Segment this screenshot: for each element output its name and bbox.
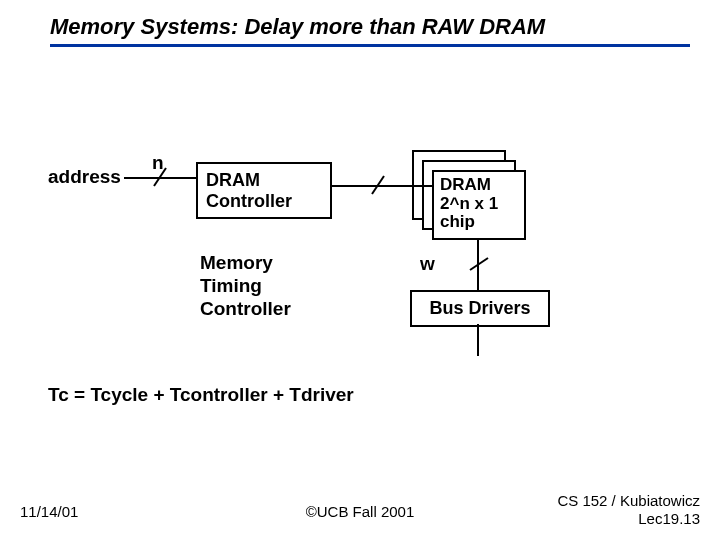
dram-controller-text: DRAM Controller <box>206 170 292 211</box>
address-label: address <box>48 166 121 188</box>
footer-course: CS 152 / Kubiatowicz Lec19.13 <box>557 492 700 528</box>
bus-drivers-text: Bus Drivers <box>429 298 530 318</box>
n-label: n <box>152 152 164 174</box>
slide-title: Memory Systems: Delay more than RAW DRAM <box>50 14 690 47</box>
footer-course-line2: Lec19.13 <box>638 510 700 527</box>
memory-timing-controller: Memory Timing Controller <box>200 252 291 320</box>
w-label: w <box>420 253 435 275</box>
dram-chip-front: DRAM 2^n x 1 chip <box>432 170 526 240</box>
diagram-wires <box>0 0 720 540</box>
svg-line-3 <box>372 176 384 194</box>
svg-line-5 <box>470 258 488 270</box>
dram-chip-text: DRAM 2^n x 1 chip <box>440 175 498 231</box>
footer-course-line1: CS 152 / Kubiatowicz <box>557 492 700 509</box>
dram-controller-box: DRAM Controller <box>196 162 332 219</box>
timing-equation: Tc = Tcycle + Tcontroller + Tdriver <box>48 384 354 406</box>
bus-drivers-box: Bus Drivers <box>410 290 550 327</box>
